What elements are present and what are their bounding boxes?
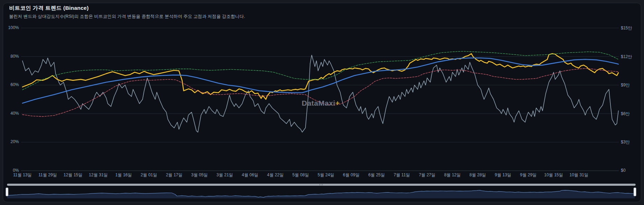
page: 비트코인 가격 트렌드 (Binance) 볼린저 밴드와 상대강도지수(RSI… [0, 0, 644, 205]
left-axis-label: 100% [2, 25, 19, 30]
left-axis-label: 40% [2, 111, 19, 116]
right-axis-label: $12만 [621, 54, 632, 60]
scrollbar-track[interactable] [7, 184, 636, 186]
right-axis-label: $15만 [621, 25, 632, 31]
right-axis-label: $3만 [621, 139, 630, 145]
right-axis-label: $6만 [621, 111, 630, 117]
left-axis-label: 60% [2, 82, 19, 87]
left-axis-label: 20% [2, 139, 19, 144]
x-axis-label: 10월 31일 [562, 172, 596, 178]
chart-title: 비트코인 가격 트렌드 (Binance) [9, 5, 89, 12]
scrollbar-grip[interactable] [320, 184, 323, 185]
right-axis-label: $9만 [621, 82, 630, 88]
navigator-handle-left[interactable] [6, 188, 8, 196]
navigator-handle-right[interactable] [634, 188, 636, 196]
left-axis-label: 80% [2, 54, 19, 59]
plot-area[interactable] [21, 28, 619, 171]
right-axis-label: $0 [621, 168, 625, 173]
chart-subtitle: 볼린저 밴드와 상대강도지수(RSI)의 조합은 비트코인의 가격 변동을 종합… [9, 14, 245, 20]
